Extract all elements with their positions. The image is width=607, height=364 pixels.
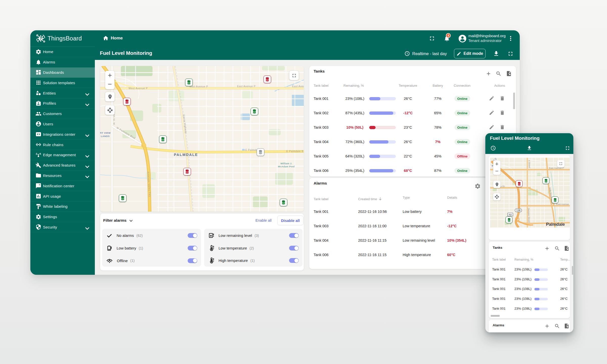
svg-text:LANDS: LANDS	[101, 135, 110, 138]
svg-text:East Aven: East Aven	[292, 85, 304, 88]
svg-text:Division Street: Division Street	[527, 208, 530, 223]
svg-text:East Avenue P: East Avenue P	[237, 85, 255, 88]
svg-text:East Avenue: East Avenue	[556, 203, 569, 206]
svg-text:N2: N2	[509, 213, 512, 216]
svg-text:E Palmdale B: E Palmdale B	[286, 150, 304, 153]
svg-text:138: 138	[516, 209, 521, 212]
svg-text:McAdam Pool: McAdam Pool	[278, 165, 295, 168]
svg-text:Palmdale: Palmdale	[546, 222, 565, 227]
svg-text:East Avenue P: East Avenue P	[189, 85, 208, 88]
svg-text:n Street: n Street	[528, 160, 531, 168]
svg-text:West Avenue P: West Avenue P	[128, 87, 148, 90]
svg-text:PALMDALE: PALMDALE	[174, 153, 198, 157]
svg-text:William J.: William J.	[280, 162, 292, 165]
svg-text:RT VIEW: RT VIEW	[100, 131, 111, 134]
